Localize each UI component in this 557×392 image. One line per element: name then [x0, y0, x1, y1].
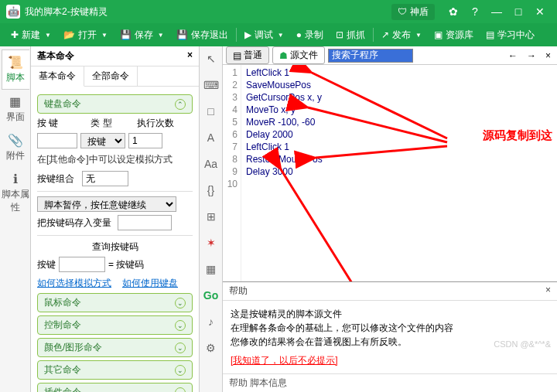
window-icon[interactable]: □ [203, 104, 219, 119]
group-keyboard[interactable]: 键盘命令⌃ [37, 94, 193, 114]
shield-button[interactable]: 🛡神盾 [391, 4, 435, 20]
new-button[interactable]: ✚新建▼ [5, 26, 57, 44]
capture-icon: ⊡ [336, 29, 343, 40]
shield-icon: 🛡 [398, 6, 407, 17]
case-icon[interactable]: Aa [203, 156, 219, 172]
nav-close[interactable]: × [542, 50, 554, 61]
expand-icon: ⌄ [175, 343, 186, 353]
combo-input[interactable] [82, 171, 128, 186]
app-logo: 🤖 [6, 5, 20, 19]
folder-icon: 📂 [63, 29, 75, 40]
sidebar-ui[interactable]: ▦界面 [2, 90, 29, 128]
note-icon[interactable]: ♪ [203, 314, 219, 329]
keyboard-icon[interactable]: ⌨ [203, 77, 219, 93]
publish-button[interactable]: ↗发布▼ [375, 26, 428, 44]
table-icon[interactable]: ▦ [203, 261, 219, 277]
sidebar-script[interactable]: 📜脚本 [2, 49, 29, 90]
plus-icon: ✚ [11, 29, 19, 40]
sidebar-attach[interactable]: 📎附件 [2, 128, 29, 167]
minimize-button[interactable]: ― [486, 5, 507, 18]
upload-icon: ↗ [381, 29, 389, 40]
record-icon: ● [296, 29, 302, 40]
type-select[interactable]: 按键 [80, 133, 125, 148]
window-title: 我的脚本2-按键精灵 [25, 5, 391, 19]
maximize-button[interactable]: □ [507, 5, 529, 18]
help-icon[interactable]: ? [464, 5, 486, 18]
hint-other: 在[其他命令]中可以设定模拟方式 [37, 153, 193, 166]
capture-button[interactable]: ⊡抓抓 [330, 26, 371, 44]
collapse-icon: ⌃ [175, 99, 186, 110]
text-icon[interactable]: A [203, 130, 219, 145]
sidebar-attr[interactable]: ℹ脚本属性 [2, 167, 29, 219]
play-icon: ▶ [244, 29, 251, 40]
var-input[interactable] [118, 215, 172, 230]
close-button[interactable]: ✕ [529, 5, 551, 18]
record-button[interactable]: ●录制 [290, 26, 330, 44]
nav-prev[interactable]: ← [505, 50, 521, 61]
key-input[interactable] [37, 133, 77, 148]
nav-next[interactable]: → [524, 50, 539, 61]
group-other[interactable]: 其它命令⌄ [37, 360, 193, 380]
expand-icon: ⌄ [175, 298, 186, 308]
group-control[interactable]: 控制命令⌄ [37, 315, 193, 335]
tab-normal[interactable]: ▤普通 [226, 46, 269, 64]
pause-select[interactable]: 脚本暂停，按任意键继续 [37, 196, 176, 212]
code-icon: ☗ [279, 50, 288, 61]
query-input[interactable] [59, 257, 105, 272]
clip-icon: 📎 [2, 133, 29, 148]
ui-icon: ▦ [2, 94, 29, 109]
help-footer[interactable]: 帮助 脚本信息 [223, 373, 557, 392]
times-input[interactable] [128, 133, 162, 148]
box-icon: ▣ [434, 29, 443, 40]
disk-icon: 💾 [120, 29, 132, 40]
help-title: 帮助 [229, 285, 248, 298]
brace-icon[interactable]: {} [203, 182, 219, 198]
link-simmode[interactable]: 如何选择模拟方式 [37, 277, 111, 290]
line-gutter: 12345678910 [223, 65, 241, 281]
gear-icon[interactable]: ⚙ [203, 340, 219, 356]
query-label: 查询按键码 [37, 240, 193, 254]
cursor-icon[interactable]: ↖ [203, 51, 219, 66]
star-icon[interactable]: ✶ [203, 235, 219, 251]
cmd-tab-all[interactable]: 全部命令 [84, 66, 138, 86]
watermark: CSDN @&*^*& [494, 339, 551, 349]
link-keyboard[interactable]: 如何使用键盘 [122, 277, 178, 290]
save-exit-button[interactable]: 💾保存退出 [170, 26, 234, 44]
expand-icon: ⌄ [175, 320, 186, 331]
debug-button[interactable]: ▶调试▼ [238, 26, 290, 44]
help-noshow[interactable]: [我知道了，以后不必提示] [231, 355, 338, 366]
search-subprogram[interactable] [328, 49, 413, 63]
help-body: 这是按键精灵的脚本源文件 在理解各条命令的基础上，您可以修改这个文件的内容 您修… [223, 301, 557, 373]
expand-icon: ⌄ [175, 387, 186, 393]
help-close[interactable]: × [545, 285, 551, 298]
settings-icon[interactable]: ✿ [443, 5, 464, 18]
cmd-tab-basic[interactable]: 基本命令 [31, 66, 84, 87]
cmd-title: 基本命令 [37, 49, 74, 63]
group-color[interactable]: 颜色/图形命令⌄ [37, 338, 193, 357]
group-plugin[interactable]: 插件命令⌄ [37, 383, 193, 392]
info-icon: ℹ [2, 172, 29, 186]
expand-icon: ⌄ [175, 365, 186, 376]
tab-source[interactable]: ☗源文件 [272, 46, 325, 64]
cmd-collapse[interactable]: × [187, 49, 193, 63]
save-button[interactable]: 💾保存▼ [114, 26, 170, 44]
script-icon: 📜 [2, 55, 29, 70]
doc-icon: ▤ [233, 50, 241, 61]
study-button[interactable]: ▤学习中心 [480, 26, 541, 44]
code-editor[interactable]: LeftClick 1SaveMousePosGetCursorPos x, y… [241, 65, 557, 281]
grid-icon[interactable]: ⊞ [203, 209, 219, 224]
tool-column: ↖ ⌨ □ A Aa {} ⊞ ✶ ▦ Go ♪ ⚙ [200, 46, 223, 392]
book-icon: ▤ [486, 29, 494, 40]
resource-button[interactable]: ▣资源库 [428, 26, 480, 44]
disk-icon: 💾 [176, 29, 188, 40]
group-mouse[interactable]: 鼠标命令⌄ [37, 293, 193, 312]
go-icon[interactable]: Go [203, 288, 219, 303]
open-button[interactable]: 📂打开▼ [57, 26, 114, 44]
